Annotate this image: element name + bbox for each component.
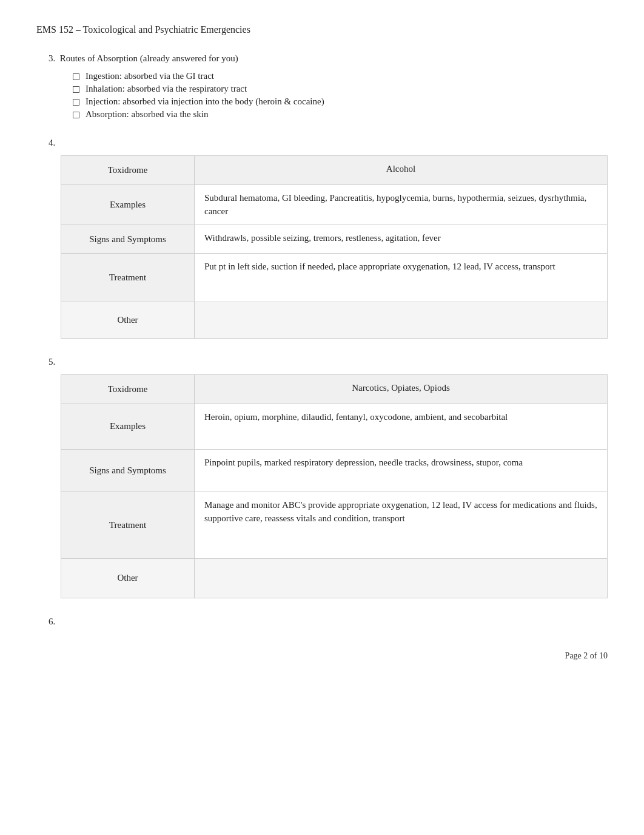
bullet-icon-1	[73, 73, 79, 80]
section-3-number: 3. Routes of Absorption (already answere…	[49, 53, 608, 64]
examples-label-5: Examples	[61, 404, 195, 449]
toxidrome-label-5: Toxidrome	[61, 375, 195, 404]
examples-value-5: Heroin, opium, morphine, dilaudid, fenta…	[195, 404, 608, 449]
signs-row-4: Signs and Symptoms Withdrawls, possible …	[61, 225, 608, 254]
other-row-4: Other	[61, 302, 608, 339]
treatment-row-4: Treatment Put pt in left side, suction i…	[61, 254, 608, 302]
page-number: Page 2 of 10	[36, 651, 608, 661]
treatment-row-5: Treatment Manage and monitor ABC's provi…	[61, 492, 608, 558]
section-4-number: 4.	[49, 138, 608, 148]
examples-row-5: Examples Heroin, opium, morphine, dilaud…	[61, 404, 608, 449]
bullet-list-3: Ingestion: absorbed via the GI tract Inh…	[73, 71, 608, 120]
section-5-table: Toxidrome Narcotics, Opiates, Opiods Exa…	[61, 374, 608, 598]
other-row-5: Other	[61, 558, 608, 598]
bullet-item-4: Absorption: absorbed via the skin	[73, 109, 608, 120]
signs-value-4: Withdrawls, possible seizing, tremors, r…	[195, 225, 608, 254]
section-3: 3. Routes of Absorption (already answere…	[36, 53, 608, 120]
toxidrome-value-5: Narcotics, Opiates, Opiods	[195, 375, 608, 404]
examples-row-4: Examples Subdural hematoma, GI bleeding,…	[61, 184, 608, 225]
bullet-icon-2	[73, 86, 79, 93]
treatment-label-4: Treatment	[61, 254, 195, 302]
section-4-table: Toxidrome Alcohol Examples Subdural hema…	[61, 155, 608, 339]
toxidrome-row-5: Toxidrome Narcotics, Opiates, Opiods	[61, 375, 608, 404]
signs-row-5: Signs and Symptoms Pinpoint pupils, mark…	[61, 449, 608, 492]
signs-label-5: Signs and Symptoms	[61, 449, 195, 492]
other-value-5	[195, 558, 608, 598]
examples-label-4: Examples	[61, 184, 195, 225]
other-value-4	[195, 302, 608, 339]
toxidrome-value-4: Alcohol	[195, 156, 608, 185]
bullet-item-1: Ingestion: absorbed via the GI tract	[73, 71, 608, 81]
other-label-5: Other	[61, 558, 195, 598]
section-5: 5. Toxidrome Narcotics, Opiates, Opiods …	[36, 357, 608, 598]
treatment-value-4: Put pt in left side, suction if needed, …	[195, 254, 608, 302]
signs-value-5: Pinpoint pupils, marked respiratory depr…	[195, 449, 608, 492]
section-6: 6.	[36, 617, 608, 627]
section-6-number: 6.	[49, 617, 608, 627]
section-5-number: 5.	[49, 357, 608, 367]
toxidrome-row-4: Toxidrome Alcohol	[61, 156, 608, 185]
bullet-item-2: Inhalation: absorbed via the respiratory…	[73, 84, 608, 94]
section-4: 4. Toxidrome Alcohol Examples Subdural h…	[36, 138, 608, 339]
examples-value-4: Subdural hematoma, GI bleeding, Pancreat…	[195, 184, 608, 225]
toxidrome-label-4: Toxidrome	[61, 156, 195, 185]
page-header: EMS 152 – Toxicological and Psychiatric …	[36, 24, 608, 35]
signs-label-4: Signs and Symptoms	[61, 225, 195, 254]
bullet-icon-3	[73, 99, 79, 106]
bullet-icon-4	[73, 112, 79, 118]
other-label-4: Other	[61, 302, 195, 339]
bullet-item-3: Injection: absorbed via injection into t…	[73, 96, 608, 107]
treatment-value-5: Manage and monitor ABC's provide appropr…	[195, 492, 608, 558]
treatment-label-5: Treatment	[61, 492, 195, 558]
